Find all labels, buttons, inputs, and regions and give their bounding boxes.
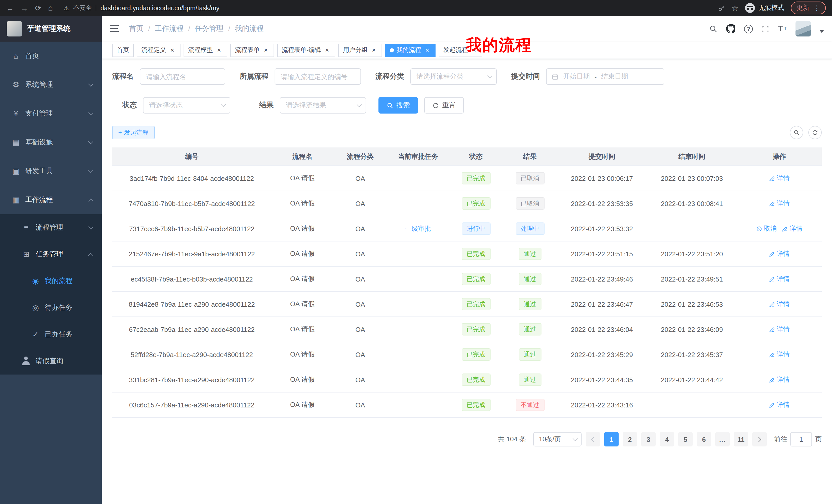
refresh-table-button[interactable] — [808, 126, 822, 139]
update-button[interactable]: 更新 ⋮ — [791, 2, 826, 15]
security-label[interactable]: 不安全 — [73, 4, 92, 12]
definition-filter-input[interactable] — [275, 68, 361, 85]
page-button-2[interactable]: 2 — [623, 432, 637, 446]
detail-link[interactable]: 详情 — [782, 224, 802, 233]
task-link[interactable]: 一级审批 — [405, 224, 431, 233]
tab-process-form-edit[interactable]: 流程表单-编辑× — [277, 44, 335, 57]
sidebar-item-payment[interactable]: ¥支付管理 — [0, 99, 102, 128]
tab-process-definition[interactable]: 流程定义× — [137, 44, 181, 57]
status-filter-select[interactable]: 请选择状态 — [143, 97, 230, 114]
pagination: 共 104 条 10条/页 123456…11 前往 页 — [112, 432, 822, 446]
close-icon[interactable]: × — [370, 47, 378, 54]
url-text[interactable]: dashboard.yudao.iocoder.cn/bpm/task/my — [101, 4, 219, 11]
refresh-icon — [433, 102, 439, 109]
search-icon[interactable] — [709, 25, 717, 33]
sidebar-item-process-management[interactable]: ≡流程管理 — [0, 214, 102, 241]
page-button-11[interactable]: 11 — [734, 432, 748, 446]
back-icon[interactable]: ← — [6, 4, 14, 12]
reset-button[interactable]: 重置 — [424, 97, 464, 114]
breadcrumb-item[interactable]: 首页 — [129, 24, 144, 33]
tab-home[interactable]: 首页 — [112, 44, 134, 57]
detail-link[interactable]: 详情 — [769, 199, 789, 208]
page-button-1[interactable]: 1 — [604, 432, 619, 446]
sidebar-item-devtools[interactable]: ▣研发工具 — [0, 157, 102, 186]
detail-link[interactable]: 详情 — [769, 325, 789, 334]
breadcrumb-separator: / — [148, 25, 150, 33]
close-icon[interactable]: × — [323, 47, 331, 54]
name-filter-input[interactable] — [140, 68, 225, 85]
chevron-down-icon[interactable] — [820, 30, 824, 33]
tab-label: 流程定义 — [141, 46, 166, 54]
search-button[interactable]: 搜索 — [379, 97, 418, 114]
tab-my-process[interactable]: 我的流程× — [385, 44, 436, 57]
sidebar-item-system[interactable]: ⚙系统管理 — [0, 71, 102, 99]
goto-suffix: 页 — [815, 435, 822, 444]
cell-status: 已完成 — [449, 248, 503, 260]
show-search-button[interactable] — [790, 126, 803, 139]
page-button-6[interactable]: 6 — [697, 432, 711, 446]
tab-process-model[interactable]: 流程模型× — [184, 44, 227, 57]
browser-home-icon[interactable]: ⌂ — [48, 4, 53, 12]
reload-icon[interactable]: ⟳ — [35, 4, 42, 12]
create-process-button[interactable]: + 发起流程 — [112, 126, 155, 139]
page-size-select[interactable]: 10条/页 — [533, 432, 581, 446]
sidebar-item-workflow[interactable]: ▦工作流程 — [0, 186, 102, 214]
breadcrumb-item[interactable]: 我的流程 — [235, 24, 263, 33]
result-badge: 通过 — [519, 323, 541, 335]
close-icon[interactable]: × — [424, 47, 431, 54]
sidebar-item-todo-tasks[interactable]: ◎待办任务 — [0, 295, 102, 321]
address-bar[interactable]: ⚠ 不安全 dashboard.yudao.iocoder.cn/bpm/tas… — [59, 4, 711, 12]
next-page-button[interactable] — [752, 432, 767, 446]
submit-time-range-picker[interactable]: 开始日期 - 结束日期 — [546, 68, 665, 85]
pager-more-button[interactable]: … — [715, 432, 730, 446]
cell-status: 已完成 — [449, 298, 503, 310]
fullscreen-icon[interactable] — [761, 25, 769, 33]
avatar[interactable] — [796, 21, 811, 36]
sidebar-item-infrastructure[interactable]: ▤基础设施 — [0, 128, 102, 157]
cell-process-name: OA 请假 — [271, 274, 333, 284]
sidebar-item-task-management[interactable]: ⊞任务管理 — [0, 241, 102, 268]
detail-link[interactable]: 详情 — [769, 249, 789, 258]
status-badge: 已完成 — [462, 348, 490, 361]
help-icon[interactable]: ? — [744, 24, 753, 33]
app-logo[interactable]: 芋道管理系统 — [0, 16, 102, 41]
github-icon[interactable] — [726, 24, 735, 33]
page-button-4[interactable]: 4 — [660, 432, 674, 446]
result-filter-select[interactable]: 请选择流结果 — [280, 97, 366, 114]
close-icon[interactable]: × — [169, 47, 176, 54]
cancel-link[interactable]: 取消 — [756, 224, 777, 233]
detail-link[interactable]: 详情 — [769, 300, 789, 309]
tab-user-group[interactable]: 用户分组× — [338, 44, 382, 57]
close-icon[interactable]: × — [262, 47, 269, 54]
page-button-5[interactable]: 5 — [678, 432, 693, 446]
cell-current-task: 一级审批 — [387, 224, 449, 233]
sidebar: 芋道管理系统 ⌂首页⚙系统管理¥支付管理▤基础设施▣研发工具▦工作流程≡流程管理… — [0, 16, 102, 504]
detail-link[interactable]: 详情 — [769, 174, 789, 183]
category-filter-select[interactable]: 请选择流程分类 — [410, 68, 497, 85]
page-button-3[interactable]: 3 — [641, 432, 656, 446]
breadcrumb-item[interactable]: 工作流程 — [155, 24, 184, 33]
forward-icon[interactable]: → — [21, 4, 28, 12]
prev-page-button[interactable] — [586, 432, 600, 446]
key-icon[interactable] — [718, 4, 725, 11]
goto-page-input[interactable] — [790, 432, 812, 446]
detail-link[interactable]: 详情 — [769, 400, 789, 409]
cell-id: 67c2eaab-7b9a-11ec-a290-acde48001122 — [112, 326, 271, 333]
detail-link[interactable]: 详情 — [769, 350, 789, 359]
detail-link[interactable]: 详情 — [769, 375, 789, 384]
font-size-icon[interactable]: TT — [778, 25, 787, 33]
sidebar-item-leave-query[interactable]: 请假查询 — [0, 348, 102, 374]
cell-result: 已取消 — [503, 172, 557, 185]
hamburger-icon[interactable] — [110, 25, 119, 32]
sidebar-item-done-tasks[interactable]: ✓已办任务 — [0, 321, 102, 348]
tab-label: 发起流程 — [443, 46, 468, 54]
column-header: 当前审批任务 — [387, 152, 449, 161]
tab-process-form[interactable]: 流程表单× — [230, 44, 274, 57]
bookmark-star-icon[interactable]: ☆ — [731, 4, 738, 12]
breadcrumb-item[interactable]: 任务管理 — [195, 24, 224, 33]
detail-link[interactable]: 详情 — [769, 275, 789, 283]
close-icon[interactable]: × — [215, 47, 223, 54]
sidebar-item-my-process[interactable]: ◉我的流程 — [0, 268, 102, 295]
browser-menu-dots-icon[interactable]: ⋮ — [813, 4, 820, 12]
sidebar-item-home[interactable]: ⌂首页 — [0, 41, 102, 71]
